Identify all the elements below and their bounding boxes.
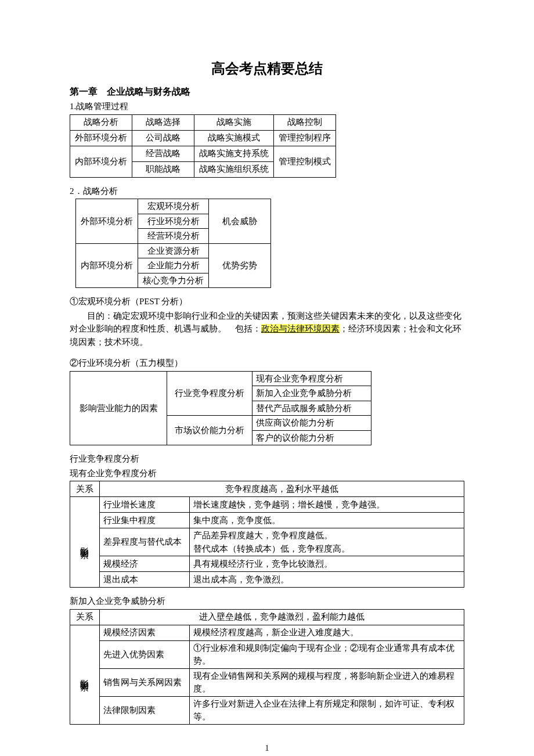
competition-line-1: 行业竞争程度分析: [70, 452, 464, 466]
new-entrant-table: 关系 进入壁垒越低，竞争越激烈，盈利能力越低 影响因素 规模经济因素 规模经济程…: [70, 609, 464, 725]
cell: 影响因素: [70, 625, 100, 724]
cell: 差异程度与替代成本: [100, 528, 190, 556]
cell: 经营环境分析: [138, 229, 209, 244]
cell: 经营战略: [132, 146, 194, 161]
cell: 核心竞争力分析: [138, 273, 209, 288]
cell: 增长速度越快，竞争越弱；增长越慢，竞争越强。: [190, 497, 464, 513]
vertical-label: 影响因素: [78, 672, 92, 677]
cell: ①行业标准和规则制定偏向于现有企业；②现有企业通常具有成本优势。: [190, 640, 464, 668]
strategy-process-table: 战略分析 战略选择 战略实施 战略控制 外部环境分析 公司战略 战略实施模式 管…: [70, 114, 336, 178]
cell: 职能战略: [132, 161, 194, 177]
cell: 行业集中程度: [100, 513, 190, 528]
cell: 战略实施模式: [194, 130, 274, 146]
cell: 具有规模经济行业，竞争比较激烈。: [190, 556, 464, 572]
section-1-heading: 1.战略管理过程: [70, 100, 464, 113]
cell: 规模经济程度越高，新企业进入难度越大。: [190, 625, 464, 640]
cell: 行业环境分析: [138, 214, 209, 229]
five-forces-heading: ②行业环境分析（五力模型）: [70, 357, 464, 370]
cell: 现有企业销售网和关系网的规模与程度，将影响新企业进入的难易程度。: [190, 668, 464, 696]
competition-line-2: 现有企业竞争程度分析: [70, 467, 464, 480]
vertical-label: 影响因素: [78, 540, 92, 545]
cell: 管理控制模式: [274, 146, 336, 177]
cell: 法律限制因素: [100, 696, 190, 724]
cell: 宏观环境分析: [138, 199, 209, 214]
cell: 战略选择: [132, 114, 194, 130]
cell: 战略分析: [70, 114, 132, 130]
cell: 内部环境分析: [70, 146, 132, 177]
cell: 企业资源分析: [138, 243, 209, 258]
five-forces-table: 影响营业能力的因素 行业竞争程度分析 现有企业竞争程度分析 新加入企业竞争威胁分…: [70, 371, 371, 446]
cell: 内部环境分析: [76, 243, 138, 288]
cell: 关系: [70, 481, 100, 497]
cell: 替代产品或服务威胁分析: [252, 401, 371, 416]
cell: 市场议价能力分析: [167, 416, 252, 445]
existing-competition-table: 关系 竞争程度越高，盈利水平越低 影响因素 行业增长速度 增长速度越快，竞争越弱…: [70, 481, 464, 588]
chapter-heading: 第一章 企业战略与财务战略: [70, 85, 464, 99]
cell: 企业能力分析: [138, 258, 209, 273]
new-entrant-line: 新加入企业竞争威胁分析: [70, 595, 464, 608]
cell: 影响因素: [70, 497, 100, 588]
cell: 退出成本高，竞争激烈。: [190, 572, 464, 588]
cell: 客户的议价能力分析: [252, 430, 371, 445]
cell: 规模经济: [100, 556, 190, 572]
page-number: 1: [70, 742, 464, 754]
cell: 销售网与关系网因素: [100, 668, 190, 696]
cell: 竞争程度越高，盈利水平越低: [100, 481, 464, 497]
cell: 现有企业竞争程度分析: [252, 371, 371, 386]
cell: 优势劣势: [209, 243, 271, 288]
cell: 行业竞争程度分析: [167, 371, 252, 416]
cell: 外部环境分析: [76, 199, 138, 244]
cell: 外部环境分析: [70, 130, 132, 146]
strategy-analysis-table: 外部环境分析 宏观环境分析 机会威胁 行业环境分析 经营环境分析 内部环境分析 …: [75, 199, 271, 288]
highlighted-text: 政治与法律环境因素: [261, 324, 340, 333]
cell: 供应商议价能力分析: [252, 416, 371, 431]
cell: 行业增长速度: [100, 497, 190, 513]
cell: 先进入优势因素: [100, 640, 190, 668]
cell: 影响营业能力的因素: [70, 371, 167, 445]
cell: 管理控制程序: [274, 130, 336, 146]
pest-paragraph: 目的：确定宏观环境中影响行业和企业的关键因素，预测这些关键因素未来的变化，以及这…: [70, 309, 464, 349]
cell: 机会威胁: [209, 199, 271, 244]
cell: 战略实施: [194, 114, 274, 130]
cell: 产品差异程度越大，竞争程度越低。 替代成本（转换成本）低，竞争程度高。: [190, 528, 464, 556]
cell: 规模经济因素: [100, 625, 190, 640]
cell: 战略实施支持系统: [194, 146, 274, 161]
cell: 关系: [70, 609, 100, 625]
cell: 公司战略: [132, 130, 194, 146]
cell: 集中度高，竞争度低。: [190, 513, 464, 528]
section-2-heading: 2．战略分析: [70, 185, 464, 198]
pest-heading: ①宏观环境分析（PEST 分析）: [70, 295, 464, 308]
cell: 战略实施组织系统: [194, 161, 274, 177]
cell: 进入壁垒越低，竞争越激烈，盈利能力越低: [100, 609, 464, 625]
cell: 新加入企业竞争威胁分析: [252, 386, 371, 401]
document-title: 高会考点精要总结: [70, 58, 464, 79]
cell: 退出成本: [100, 572, 190, 588]
cell: 战略控制: [274, 114, 336, 130]
cell: 许多行业对新进入企业在法律上有所规定和限制，如许可证、专利权等。: [190, 696, 464, 724]
